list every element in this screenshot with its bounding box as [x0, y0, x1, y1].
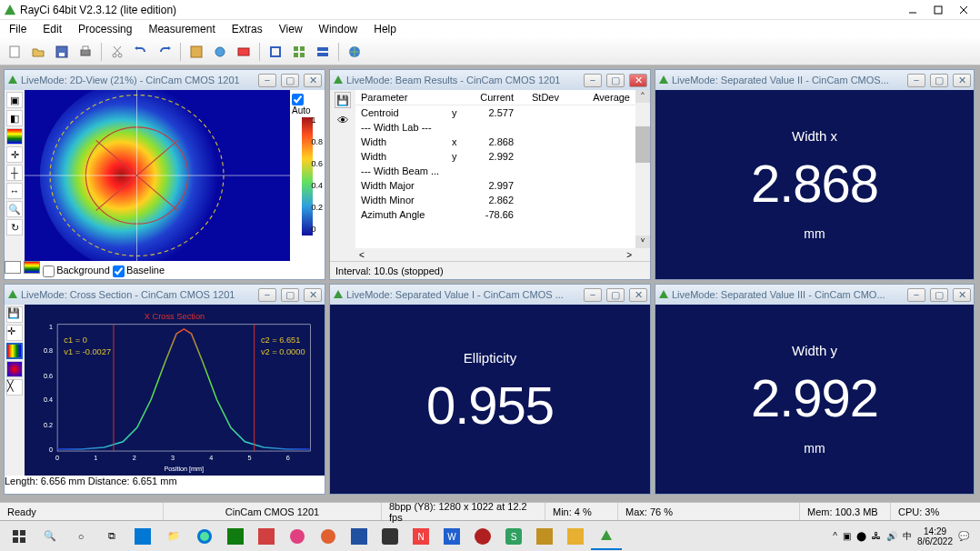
subwin-close[interactable]: ✕	[953, 288, 971, 302]
menu-window[interactable]: Window	[312, 21, 365, 37]
xtool-save[interactable]: 💾	[6, 306, 23, 323]
br-eye-icon[interactable]: 👁	[335, 112, 351, 128]
menu-measurement[interactable]: Measurement	[141, 21, 222, 37]
tool-globe[interactable]	[344, 41, 365, 63]
open-button[interactable]	[27, 41, 49, 63]
tool-pan[interactable]: ↔	[6, 183, 23, 199]
taskbar-app[interactable]	[375, 523, 405, 550]
tool-e[interactable]	[288, 41, 310, 63]
taskbar-app[interactable]	[220, 523, 251, 550]
auto-checkbox[interactable]	[292, 94, 304, 105]
taskbar-app[interactable]	[529, 523, 560, 550]
xsection-plot[interactable]: X Cross Section c1 = 0 v1 = -0.0027 c2 =…	[25, 305, 325, 476]
tray-network-icon[interactable]: 🖧	[872, 531, 881, 541]
menu-extras[interactable]: Extras	[225, 21, 270, 37]
tool-f[interactable]	[312, 41, 334, 63]
subwindow-titlebar[interactable]: LiveMode: 2D-View (21%) - CinCam CMOS 12…	[5, 70, 325, 90]
view2d-plot[interactable]	[25, 90, 290, 261]
taskview-button[interactable]: ⧉	[96, 523, 127, 550]
taskbar-app[interactable]	[313, 523, 344, 550]
print-button[interactable]	[75, 41, 96, 63]
tool-a[interactable]	[185, 41, 207, 63]
tray-ime-icon[interactable]: 中	[903, 530, 912, 543]
tool-c[interactable]	[233, 41, 255, 63]
tool-b[interactable]	[209, 41, 231, 63]
subwin-close[interactable]: ✕	[629, 288, 647, 302]
tray-volume-icon[interactable]: 🔊	[886, 531, 897, 541]
tray-chevron-icon[interactable]: ^	[833, 531, 837, 541]
vertical-scrollbar[interactable]: ^ v	[635, 90, 650, 261]
menu-view[interactable]: View	[272, 21, 310, 37]
xtool-cross[interactable]: ╳	[6, 379, 23, 396]
subwin-min[interactable]: −	[584, 74, 602, 87]
xtool-target[interactable]: ✛	[6, 325, 23, 341]
menu-file[interactable]: File	[2, 21, 34, 37]
background-checkbox[interactable]	[43, 265, 55, 277]
subwin-max[interactable]: ▢	[606, 74, 625, 87]
search-button[interactable]: 🔍	[35, 523, 65, 550]
new-button[interactable]	[4, 41, 25, 63]
maximize-button[interactable]	[925, 0, 951, 20]
beam-results-table[interactable]: Parameter Current StDev Average Centroid…	[355, 90, 635, 261]
xtool-color-b[interactable]	[6, 361, 23, 377]
tool-pointer[interactable]: ▣	[6, 92, 23, 108]
tool-crosshair[interactable]: ┼	[6, 165, 23, 181]
subwindow-titlebar[interactable]: LiveMode: Separated Value III - CinCam C…	[655, 285, 974, 305]
cut-button[interactable]	[106, 41, 128, 63]
taskbar-app[interactable]	[344, 523, 375, 550]
subwin-min[interactable]: −	[584, 288, 602, 302]
taskbar-app[interactable]: S	[498, 523, 529, 550]
taskbar-edge[interactable]	[189, 523, 220, 550]
subwin-min[interactable]: −	[907, 74, 925, 87]
cortana-button[interactable]: ○	[65, 523, 96, 550]
taskbar-app[interactable]	[127, 523, 158, 550]
tray-icon[interactable]: ▣	[843, 531, 851, 541]
start-button[interactable]	[4, 523, 35, 550]
subwin-min[interactable]: −	[258, 288, 276, 302]
notifications-icon[interactable]: 💬	[958, 531, 969, 541]
taskbar-app[interactable]: N	[405, 523, 436, 550]
subwin-min[interactable]: −	[907, 288, 925, 302]
minimize-button[interactable]	[900, 0, 925, 20]
subwin-max[interactable]: ▢	[606, 288, 625, 302]
tool-color[interactable]	[6, 128, 23, 145]
subwindow-titlebar[interactable]: LiveMode: Beam Results - CinCam CMOS 120…	[330, 70, 650, 90]
taskbar-explorer[interactable]: 📁	[158, 523, 189, 550]
subwin-close[interactable]: ✕	[629, 74, 647, 87]
menu-edit[interactable]: Edit	[35, 21, 69, 37]
save-button[interactable]	[51, 41, 73, 63]
tool-roi[interactable]: ◧	[6, 110, 23, 126]
taskbar-app[interactable]	[560, 523, 591, 550]
redo-button[interactable]	[154, 41, 175, 63]
baseline-checkbox[interactable]	[113, 265, 125, 277]
br-save-icon[interactable]: 💾	[335, 92, 351, 108]
footer-tool-b[interactable]	[24, 261, 40, 274]
subwin-max[interactable]: ▢	[281, 74, 299, 87]
subwin-max[interactable]: ▢	[281, 288, 299, 302]
subwindow-titlebar[interactable]: LiveMode: Separated Value I - CinCam CMO…	[330, 285, 650, 305]
taskbar-app[interactable]	[282, 523, 313, 550]
tool-zoom[interactable]: 🔍	[6, 201, 23, 217]
menu-help[interactable]: Help	[366, 21, 404, 37]
xtool-color-a[interactable]	[6, 343, 23, 359]
footer-tool-a[interactable]	[5, 261, 21, 274]
subwindow-titlebar[interactable]: LiveMode: Cross Section - CinCam CMOS 12…	[5, 285, 325, 305]
subwindow-titlebar[interactable]: LiveMode: Separated Value II - CinCam CM…	[655, 70, 974, 90]
taskbar-app[interactable]	[251, 523, 282, 550]
subwin-close[interactable]: ✕	[953, 74, 971, 87]
subwin-max[interactable]: ▢	[930, 288, 948, 302]
menu-processing[interactable]: Processing	[71, 21, 139, 37]
subwin-close[interactable]: ✕	[304, 288, 322, 302]
taskbar-app[interactable]	[467, 523, 498, 550]
clock[interactable]: 14:29 8/6/2022	[917, 526, 953, 546]
tool-target[interactable]: ✛	[6, 146, 23, 163]
tool-reset[interactable]: ↻	[6, 219, 23, 235]
close-button[interactable]	[951, 0, 976, 20]
subwin-max[interactable]: ▢	[930, 74, 948, 87]
subwin-close[interactable]: ✕	[304, 74, 322, 87]
taskbar-app-rayci[interactable]	[591, 523, 622, 550]
tool-d[interactable]	[265, 41, 286, 63]
taskbar-app[interactable]: W	[436, 523, 467, 550]
undo-button[interactable]	[130, 41, 152, 63]
subwin-min[interactable]: −	[258, 74, 276, 87]
